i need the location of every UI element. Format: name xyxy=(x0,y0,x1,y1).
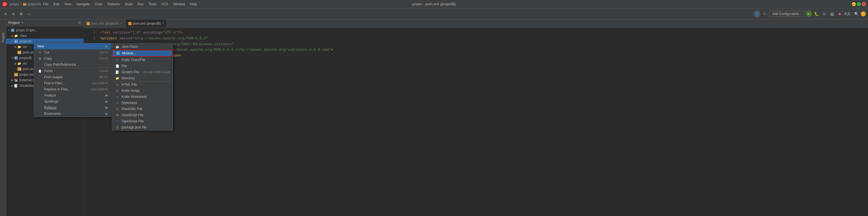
new-menu-java-class[interactable]: ☕ Java Class xyxy=(112,43,173,50)
new-menu-kotlin-class[interactable]: K Kotlin Class/File xyxy=(112,57,173,63)
tree-item-idea[interactable]: ▶ 📁 .idea xyxy=(6,33,84,39)
context-menu-bookmarks-label: Bookmarks xyxy=(44,112,103,116)
directory-icon: 📁 xyxy=(115,76,120,80)
editor-content[interactable]: 1 <?xml version="1.0" encoding="UTF-8"?>… xyxy=(84,28,868,216)
context-menu: New ▶ ☕ Java Class Module... xyxy=(34,43,112,117)
menu-code[interactable]: Code xyxy=(92,2,105,7)
app-logo xyxy=(2,2,7,7)
javascript-icon: JS xyxy=(115,114,120,116)
editor-tab-pom-b[interactable]: pom.xml (projectB) × xyxy=(125,20,167,28)
menu-build[interactable]: Build xyxy=(123,2,135,7)
minimize-button[interactable]: – xyxy=(852,2,856,6)
menu-refactor[interactable]: Refactor xyxy=(105,2,122,7)
new-menu-module-label: Module... xyxy=(122,51,136,55)
new-menu-javascript[interactable]: JS JavaScript File xyxy=(112,112,173,118)
new-menu-package-json[interactable]: {} package.json file xyxy=(112,124,173,130)
tree-arrow-ext-libs: ▶ xyxy=(10,79,14,81)
tree-label-src-b: src xyxy=(23,62,27,65)
new-menu-module[interactable]: Module... xyxy=(112,50,173,57)
paste-icon: 📋 xyxy=(37,69,42,73)
editor-line-3: 3 xmlns:xsi="http://www.w3.org/2001/XMLS… xyxy=(87,42,865,47)
context-menu-item-copy[interactable]: ⧉ Copy Ctrl+C xyxy=(34,56,111,62)
projectB-module-icon: M xyxy=(14,56,18,60)
menu-tools[interactable]: Tools xyxy=(146,2,158,7)
new-menu-scratch[interactable]: 📝 Scratch File Ctrl+Alt+Shift+Insert xyxy=(112,69,173,75)
new-menu-kotlin-script[interactable]: K Kotlin Script xyxy=(112,87,173,94)
settings-icon-btn[interactable]: ⚙ xyxy=(18,10,24,17)
editor-tab-pom-a[interactable]: pom.xml (projectA) × xyxy=(84,20,125,28)
notification-icon[interactable]: ! xyxy=(861,11,866,16)
profile-button[interactable]: ⊙ xyxy=(821,10,828,17)
new-menu-file[interactable]: 📄 File xyxy=(112,63,173,69)
new-menu-java-class-label: Java Class xyxy=(122,45,138,48)
close-button[interactable]: × xyxy=(862,2,866,6)
tree-arrow-src-b: ▶ xyxy=(14,62,17,65)
debug-button[interactable]: 🐛 xyxy=(813,10,820,17)
panel-header: Project ▼ ⚙ xyxy=(6,20,84,26)
maximize-button[interactable]: □ xyxy=(857,2,861,6)
context-menu-item-paste[interactable]: 📋 Paste Ctrl+V xyxy=(34,68,111,74)
side-panel-tabs: Project xyxy=(0,20,6,216)
menu-bar: File Edit View Navigate Code Refactor Bu… xyxy=(41,2,199,7)
panel-gear-icon[interactable]: ⚙ xyxy=(78,21,81,25)
editor-line-10: 10 xyxy=(87,82,865,87)
new-menu-directory[interactable]: 📁 Directory xyxy=(112,75,173,81)
context-menu-item-new[interactable]: New ▶ ☕ Java Class Module... xyxy=(34,43,111,49)
editor-line-7: 7 <groupId></groupId> xyxy=(87,65,865,70)
context-menu-item-bookmarks[interactable]: Bookmarks ▶ xyxy=(34,111,111,117)
window-controls: – □ × xyxy=(852,2,866,6)
tab-close-pom-a[interactable]: × xyxy=(121,22,122,25)
new-menu-stylesheet-label: Stylesheet xyxy=(122,101,137,105)
menu-view[interactable]: View xyxy=(62,2,74,7)
stop-button[interactable]: ■ xyxy=(836,10,843,17)
tree-item-root[interactable]: ▼ M projec D:\pro... xyxy=(6,28,84,33)
module-icon xyxy=(116,51,121,55)
tab-close-pom-b[interactable]: × xyxy=(162,22,164,25)
menu-edit[interactable]: Edit xyxy=(51,2,62,7)
toolbar-icon-1[interactable]: ≡ xyxy=(2,10,9,17)
new-menu-kotlin-worksheet[interactable]: K Kotlin Worksheet xyxy=(112,94,173,100)
menu-run[interactable]: Run xyxy=(135,2,146,7)
context-menu-item-find-usages[interactable]: Find Usages Alt+F7 xyxy=(34,74,111,80)
menu-help[interactable]: Help xyxy=(188,2,199,7)
paste-shortcut: Ctrl+V xyxy=(99,69,108,73)
translate-icon[interactable]: A文 xyxy=(844,10,851,17)
context-menu-item-find-files[interactable]: Find in Files... Ctrl+Shift+F xyxy=(34,80,111,86)
editor-line-4: 4 xsi:schemaLocation="http://maven.apach… xyxy=(87,47,865,53)
svg-text:M: M xyxy=(15,41,16,42)
context-menu-item-replace-files[interactable]: Replace in Files... Ctrl+Shift+R xyxy=(34,86,111,92)
new-menu-javascript-label: JavaScript File xyxy=(122,113,144,117)
context-menu-item-analyze[interactable]: Analyze ▶ xyxy=(34,92,111,99)
menu-vcs[interactable]: VCS xyxy=(159,2,170,7)
idea-folder-icon: 📁 xyxy=(14,34,18,38)
context-menu-item-spotbugs[interactable]: SpotBugs ▶ xyxy=(34,99,111,105)
new-menu-directory-label: Directory xyxy=(122,76,135,80)
context-menu-item-cut[interactable]: ✂ Cut Ctrl+X xyxy=(34,49,111,56)
account-icon[interactable]: 👤 xyxy=(754,10,760,17)
tree-arrow-idea: ▶ xyxy=(10,34,14,37)
toolbar-right: 👤 ↻ Add Configuration... ▶ 🐛 ⊙ ▤ ■ A文 🔍 … xyxy=(754,10,866,17)
menu-window[interactable]: Window xyxy=(171,2,187,7)
add-configuration-button[interactable]: Add Configuration... xyxy=(769,11,805,17)
new-menu-typescript[interactable]: TS TypeScript File xyxy=(112,118,173,124)
tree-label-idea: .idea xyxy=(20,34,27,38)
coverage-button[interactable]: ▤ xyxy=(829,10,835,17)
new-menu-stylesheet[interactable]: S Stylesheet xyxy=(112,100,173,106)
projectA-module-icon: M xyxy=(14,39,18,43)
search-everywhere-icon[interactable]: 🔍 xyxy=(853,10,860,17)
panel-title: Project xyxy=(8,21,20,25)
run-button[interactable]: ▶ xyxy=(806,11,812,17)
context-menu-item-copy-path[interactable]: Copy Path/Reference... xyxy=(34,62,111,68)
toolbar-icon-2[interactable]: ≎ xyxy=(10,10,17,17)
menu-file[interactable]: File xyxy=(41,2,51,7)
panel-dropdown-arrow[interactable]: ▼ xyxy=(21,21,24,25)
vcs-icon[interactable]: ↻ xyxy=(762,10,768,17)
project-tab[interactable]: Project xyxy=(1,31,5,44)
menu-navigate[interactable]: Navigate xyxy=(74,2,92,7)
new-menu-html[interactable]: H HTML File xyxy=(112,81,173,87)
context-menu-item-refactor[interactable]: Refactor ▶ xyxy=(34,105,111,111)
root-module-icon: M xyxy=(10,28,15,32)
minimize-panel-btn[interactable]: – xyxy=(26,10,32,17)
new-menu-plantuml[interactable]: U PlantUML File xyxy=(112,106,173,112)
new-menu-package-json-label: package.json file xyxy=(122,125,146,129)
